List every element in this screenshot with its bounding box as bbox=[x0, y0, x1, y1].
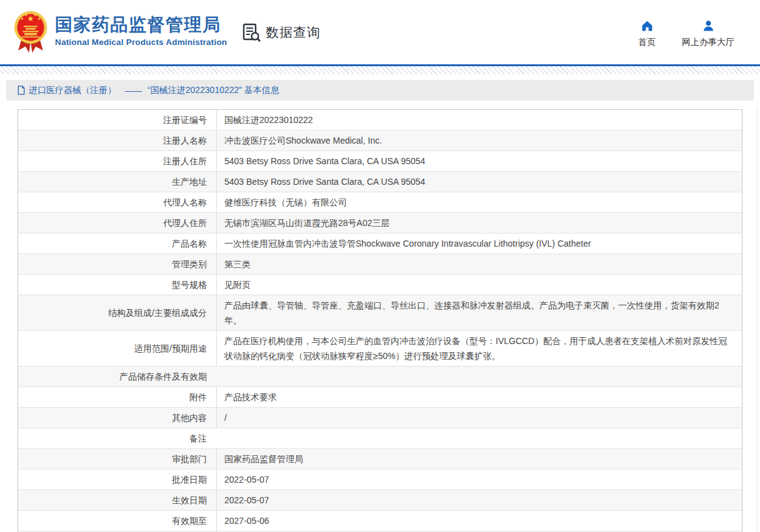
table-row: 型号规格 见附页 bbox=[18, 275, 742, 295]
table-row: 代理人住所 无锡市滨湖区马山街道霞光路28号A02三层 bbox=[18, 213, 742, 234]
row-value: 产品由球囊、导管轴、导管座、充盈端口、导丝出口、连接器和脉冲发射器组成。产品为电… bbox=[216, 295, 742, 330]
breadcrumb-current: “国械注进20223010222” 基本信息 bbox=[148, 85, 279, 96]
row-value: 产品在医疗机构使用，与本公司生产的血管内冲击波治疗设备（型号：IVLGCCD）配… bbox=[216, 331, 742, 366]
table-row: 生效日期 2022-05-07 bbox=[18, 490, 742, 511]
nav-item-service-hall[interactable]: 网上办事大厅 bbox=[682, 19, 734, 48]
page-header: ★ ★ ★ ★ ★ 国家药品监督管理局 National Medical Pro… bbox=[0, 0, 760, 64]
row-label: 附件 bbox=[18, 387, 216, 407]
row-label: 备注 bbox=[18, 428, 216, 448]
row-value: 5403 Betsy Ross Drive Santa Clara, CA US… bbox=[216, 172, 742, 192]
decorative-stripe-band bbox=[0, 66, 760, 74]
table-row: 有效期至 2027-05-06 bbox=[18, 511, 742, 531]
row-label: 生效日期 bbox=[18, 490, 216, 510]
svg-text:★: ★ bbox=[24, 12, 28, 17]
row-label: 结构及组成/主要组成成分 bbox=[18, 295, 216, 330]
data-query-section-title: 数据查询 bbox=[241, 22, 321, 42]
row-value: 冲击波医疗公司Shockwave Medical, Inc. bbox=[216, 131, 742, 150]
row-value: 一次性使用冠脉血管内冲击波导管Shockwave Coronary Intrav… bbox=[216, 234, 742, 254]
row-value: 无锡市滨湖区马山街道霞光路28号A02三层 bbox=[216, 213, 742, 233]
row-value: 2022-05-07 bbox=[216, 470, 742, 490]
table-row: 注册人名称 冲击波医疗公司Shockwave Medical, Inc. bbox=[18, 131, 742, 151]
row-label: 管理类别 bbox=[18, 254, 216, 274]
svg-text:★: ★ bbox=[33, 12, 37, 17]
row-label: 型号规格 bbox=[18, 275, 216, 295]
breadcrumb: 进口医疗器械（注册） —— “国械注进20223010222” 基本信息 bbox=[6, 80, 754, 101]
row-label: 注册人住所 bbox=[18, 151, 216, 171]
agency-name-en: National Medical Products Administration bbox=[55, 37, 227, 47]
row-label: 产品储存条件及有效期 bbox=[18, 367, 216, 387]
main-content: 进口医疗器械（注册） —— “国械注进20223010222” 基本信息 注册证… bbox=[6, 80, 754, 532]
breadcrumb-category-link[interactable]: 进口医疗器械（注册） bbox=[29, 85, 116, 96]
table-row: 其他内容 / bbox=[18, 408, 742, 428]
row-value bbox=[216, 428, 742, 448]
table-row: 管理类别 第三类 bbox=[18, 254, 742, 275]
row-label: 代理人住所 bbox=[18, 213, 216, 233]
table-row: 产品储存条件及有效期 bbox=[18, 367, 742, 387]
svg-text:★: ★ bbox=[21, 16, 24, 21]
row-value: 2027-05-06 bbox=[216, 511, 742, 531]
row-value: 国家药品监督管理局 bbox=[216, 449, 742, 469]
nav-home-label: 首页 bbox=[638, 37, 656, 48]
table-row: 适用范围/预期用途 产品在医疗机构使用，与本公司生产的血管内冲击波治疗设备（型号… bbox=[18, 331, 742, 367]
row-value: 见附页 bbox=[216, 275, 742, 295]
row-label: 生产地址 bbox=[18, 172, 216, 192]
table-row: 附件 产品技术要求 bbox=[18, 387, 742, 408]
nav-item-home[interactable]: 首页 bbox=[638, 19, 656, 48]
table-row: 注册证编号 国械注进20223010222 bbox=[18, 110, 742, 131]
national-emblem-logo: ★ ★ ★ ★ ★ bbox=[14, 8, 48, 57]
row-label: 审批部门 bbox=[18, 449, 216, 469]
document-icon bbox=[17, 86, 26, 95]
table-row: 批准日期 2022-05-07 bbox=[18, 470, 742, 490]
row-value: 2022-05-07 bbox=[216, 490, 742, 510]
home-icon bbox=[641, 19, 654, 32]
row-value: 国械注进20223010222 bbox=[216, 110, 742, 130]
top-navigation: 首页 网上办事大厅 bbox=[638, 19, 734, 48]
table-row: 审批部门 国家药品监督管理局 bbox=[18, 449, 742, 470]
data-query-label: 数据查询 bbox=[266, 24, 321, 41]
row-label: 产品名称 bbox=[18, 234, 216, 254]
row-value: / bbox=[216, 408, 742, 428]
row-label: 其他内容 bbox=[18, 408, 216, 428]
nav-service-hall-label: 网上办事大厅 bbox=[682, 37, 734, 48]
table-row: 备注 bbox=[18, 428, 742, 449]
row-value: 健维医疗科技（无锡）有限公司 bbox=[216, 192, 742, 212]
table-row: 注册人住所 5403 Betsy Ross Drive Santa Clara,… bbox=[18, 151, 742, 172]
registration-info-table: 注册证编号 国械注进20223010222 注册人名称 冲击波医疗公司Shock… bbox=[18, 109, 742, 532]
table-row: 产品名称 一次性使用冠脉血管内冲击波导管Shockwave Coronary I… bbox=[18, 234, 742, 254]
agency-name-cn: 国家药品监督管理局 bbox=[55, 14, 227, 36]
row-label: 注册证编号 bbox=[18, 110, 216, 130]
row-label: 批准日期 bbox=[18, 470, 216, 490]
row-value: 5403 Betsy Ross Drive Santa Clara, CA US… bbox=[216, 151, 742, 171]
row-label: 代理人名称 bbox=[18, 192, 216, 212]
svg-text:★: ★ bbox=[38, 16, 41, 21]
row-value: 产品技术要求 bbox=[216, 387, 742, 407]
row-label: 适用范围/预期用途 bbox=[18, 331, 216, 366]
row-value bbox=[216, 367, 742, 387]
row-label: 注册人名称 bbox=[18, 131, 216, 150]
user-icon bbox=[702, 19, 715, 32]
page-right-edge-line bbox=[757, 106, 758, 532]
table-row: 代理人名称 健维医疗科技（无锡）有限公司 bbox=[18, 192, 742, 213]
table-row: 结构及组成/主要组成成分 产品由球囊、导管轴、导管座、充盈端口、导丝出口、连接器… bbox=[18, 295, 742, 331]
row-value: 第三类 bbox=[216, 254, 742, 274]
data-query-icon bbox=[241, 22, 261, 42]
breadcrumb-separator: —— bbox=[125, 86, 141, 96]
agency-title-block: 国家药品监督管理局 National Medical Products Admi… bbox=[55, 14, 227, 47]
row-label: 有效期至 bbox=[18, 511, 216, 531]
table-row: 生产地址 5403 Betsy Ross Drive Santa Clara, … bbox=[18, 172, 742, 192]
